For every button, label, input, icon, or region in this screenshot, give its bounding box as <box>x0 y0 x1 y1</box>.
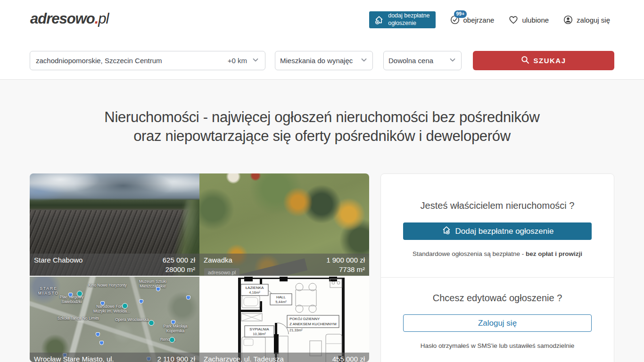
favorites-menu-item[interactable]: ulubione <box>508 15 549 25</box>
location-input[interactable]: zachodniopomorskie, Szczecin Centrum +0 … <box>30 51 265 70</box>
listing-overlay: Wrocław Stare Miasto, ul. 2 110 900 zł <box>30 353 199 362</box>
map-poi-icon <box>77 291 83 296</box>
user-circle-icon <box>563 15 573 25</box>
add-free-listing-button[interactable]: Dodaj bezpłatne ogłoszenie <box>403 222 592 240</box>
room-label: POKÓJ DZIENNY <box>289 317 320 321</box>
map-pin-icon <box>96 332 100 337</box>
login-button[interactable]: Zaloguj się <box>403 314 592 332</box>
house-plus-icon <box>374 15 384 25</box>
chevron-down-icon <box>360 56 368 65</box>
room-label: HALL <box>276 295 286 299</box>
add-listing-button[interactable]: dodaj bezpłatne ogłoszenie <box>369 11 435 28</box>
add-listing-line1: dodaj bezpłatne <box>388 12 429 19</box>
map-pin-icon <box>171 320 175 324</box>
viewed-menu-item[interactable]: 99+ obejrzane <box>450 15 495 25</box>
chevron-down-icon <box>449 56 456 65</box>
search-button-label: SZUKAJ <box>533 57 566 65</box>
category-select[interactable]: Mieszkania do wynajęc <box>275 51 373 70</box>
page-title-line2: oraz niepowtarzające się oferty pośredni… <box>0 127 644 146</box>
header-actions: dodaj bezpłatne ogłoszenie 99+ obejrzane… <box>369 11 610 28</box>
add-listing-line2: ogłoszenie <box>388 20 416 26</box>
map-pin-icon <box>99 341 104 345</box>
add-free-listing-label: Dodaj bezpłatne ogłoszenie <box>455 227 554 236</box>
listing-overlay: Zacharzyce, ul. Tadeusza 455 000 zł <box>199 353 369 362</box>
room-area: 5,44m² <box>275 300 287 304</box>
map-label: Renoma <box>156 337 180 342</box>
room-label: SYPIALNIA <box>249 327 269 331</box>
add-listing-button-label: dodaj bezpłatne ogłoszenie <box>388 12 429 27</box>
map-pin-icon <box>100 301 105 305</box>
listing-title: Stare Chabowo <box>34 255 83 265</box>
listing-area: 28000 m² <box>34 265 195 274</box>
map-pin-icon <box>139 299 143 304</box>
radius-value[interactable]: +0 km <box>228 57 247 65</box>
listing-title: Zawadka <box>204 255 232 265</box>
edit-note: Hasło otrzymałeś w SMS'ie lub ustawiłeś … <box>381 342 614 349</box>
listing-price: 625 000 zł <box>163 255 195 265</box>
listing-price: 455 000 zł <box>332 354 365 362</box>
map-label: Opera Wrocławska <box>111 317 153 322</box>
room-area: 10,38m² <box>253 332 266 336</box>
map-label: Muzeum Sztuki Mieszczańskie <box>136 279 170 288</box>
header: adresowo.pl dodaj bezpłatne ogłoszenie 9… <box>0 0 644 80</box>
listing-card-zacharzyce[interactable]: ŁAZIENKA 4,16m² HALL 5,44m² SYPIALNIA 10… <box>199 277 369 362</box>
map-poi-icon <box>122 303 128 309</box>
map-label: Kino Nowe Horyzonty <box>86 283 129 288</box>
map-label: Szkoła Tańca No Limits <box>52 316 104 321</box>
magnifier-icon <box>521 56 529 66</box>
listing-card-stare-chabowo[interactable]: Stare Chabowo 625 000 zł 28000 m² <box>30 173 199 276</box>
listing-price: 1 900 000 zł <box>326 255 365 265</box>
map-pin-icon <box>68 293 73 297</box>
photo-watermark: adresowo.pl <box>204 268 239 276</box>
listings-grid: Stare Chabowo 625 000 zł 28000 m² Zawadk… <box>30 173 369 362</box>
map-label: STARE MIASTO <box>34 286 63 296</box>
chevron-down-icon <box>252 56 259 65</box>
listing-photo-map: STARE MIASTO Kino Nowe Horyzonty Muzeum … <box>30 277 199 362</box>
viewed-count-badge: 99+ <box>454 10 467 18</box>
favorites-label: ulubione <box>522 16 549 24</box>
owner-panel: Jesteś właścicielem nieruchomości ? Doda… <box>380 173 614 362</box>
owner-note-bold: bez opłat i prowizji <box>526 250 582 257</box>
price-value: Dowolna cena <box>388 57 449 65</box>
login-menu-item[interactable]: zaloguj się <box>563 15 610 25</box>
price-select[interactable]: Dowolna cena <box>383 51 462 70</box>
listing-overlay: Stare Chabowo 625 000 zł 28000 m² <box>30 254 199 276</box>
map-pin-icon <box>186 296 190 300</box>
page-title-line1: Nieruchomości - najwięcej ogłoszeń nieru… <box>0 108 644 127</box>
owner-heading: Jesteś właścicielem nieruchomości ? <box>381 200 614 211</box>
map-label: Park Mikołaja Kopernika <box>160 324 191 333</box>
login-label: zaloguj się <box>577 16 610 24</box>
map-pin-icon <box>156 287 160 291</box>
panel-divider <box>381 277 614 278</box>
owner-note: Standardowe ogłoszenia są bezpłatne - be… <box>381 250 614 257</box>
listing-title: Zacharzyce, ul. Tadeusza <box>204 354 284 362</box>
brand-logo[interactable]: adresowo.pl <box>30 10 108 27</box>
room-area: 21,33m² <box>289 328 303 332</box>
room-label2: Z ANEKSEM KUCHENNYM <box>289 322 337 326</box>
room-label: ŁAZIENKA <box>246 286 264 290</box>
viewed-label: obejrzane <box>463 16 495 24</box>
edit-heading: Chcesz edytować ogłoszenie ? <box>381 293 614 304</box>
map-poi-icon <box>169 337 175 343</box>
brand-logo-suffix: pl <box>98 10 108 27</box>
map-poi-icon <box>149 320 154 326</box>
category-value: Mieszkania do wynajęc <box>280 57 360 65</box>
owner-note-plain: Standardowe ogłoszenia są bezpłatne - <box>413 250 526 257</box>
house-plus-icon <box>441 225 452 238</box>
room-area: 4,16m² <box>249 290 260 295</box>
listing-card-zawadka[interactable]: Zawadka 1 900 000 zł 7738 m² adresowo.pl <box>199 173 369 276</box>
page-title: Nieruchomości - najwięcej ogłoszeń nieru… <box>0 108 644 146</box>
location-value: zachodniopomorskie, Szczecin Centrum <box>36 57 228 65</box>
listing-photo-floorplan: ŁAZIENKA 4,16m² HALL 5,44m² SYPIALNIA 10… <box>199 277 369 362</box>
listing-price: 2 110 900 zł <box>157 354 195 362</box>
search-bar: zachodniopomorskie, Szczecin Centrum +0 … <box>30 51 614 70</box>
heart-icon <box>508 15 519 25</box>
listing-title: Wrocław Stare Miasto, ul. <box>34 354 114 362</box>
search-button[interactable]: SZUKAJ <box>473 51 614 70</box>
brand-logo-main: adresowo <box>30 10 95 27</box>
listing-card-wroclaw[interactable]: STARE MIASTO Kino Nowe Horyzonty Muzeum … <box>30 277 199 362</box>
